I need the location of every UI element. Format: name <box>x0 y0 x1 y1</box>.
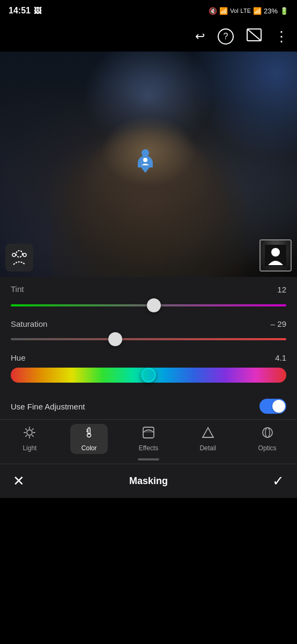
mute-icon: 🔇 <box>209 7 217 15</box>
svg-line-13 <box>26 429 27 430</box>
svg-line-15 <box>33 429 34 430</box>
saturation-slider-row: Saturation – 29 <box>11 319 286 347</box>
gallery-icon: 🖼 <box>34 6 41 15</box>
hue-slider-track[interactable] <box>11 365 286 385</box>
tab-color[interactable]: Color <box>70 424 108 454</box>
panel-wrapper: Tint 12 Saturation – 29 Hue 4.1 <box>0 277 297 498</box>
light-label: Light <box>23 444 36 452</box>
top-toolbar: ↩ ? ⋮ <box>0 21 297 52</box>
status-time: 14:51 🖼 <box>9 6 41 16</box>
tab-light[interactable]: Light <box>11 424 48 454</box>
hue-value: 4.1 <box>275 353 286 362</box>
svg-marker-22 <box>203 428 213 437</box>
saturation-thumb[interactable] <box>108 332 122 346</box>
photo-area <box>0 52 297 277</box>
fine-adjustment-row: Use Fine Adjustment <box>11 391 286 419</box>
hue-label-row: Hue 4.1 <box>11 353 286 362</box>
tint-slider-row: Tint 12 <box>11 284 286 313</box>
effects-label: Effects <box>139 444 158 452</box>
fine-adjustment-label: Use Fine Adjustment <box>11 402 85 411</box>
more-button[interactable]: ⋮ <box>274 28 288 45</box>
person-pin[interactable] <box>136 149 155 171</box>
status-right: 🔇 📶 Vol LTE 📶 23% 🔋 <box>209 7 288 15</box>
detail-icon <box>202 426 214 442</box>
panel-area: Tint 12 Saturation – 29 Hue 4.1 <box>0 277 297 419</box>
light-icon <box>23 426 36 442</box>
scroll-indicator-wrapper <box>0 456 297 464</box>
hue-slider-row: Hue 4.1 <box>11 353 286 385</box>
saturation-slider-track[interactable] <box>11 332 286 347</box>
optics-label: Optics <box>258 444 277 452</box>
svg-point-2 <box>143 158 147 162</box>
bottom-bar: ✕ Masking ✓ <box>0 464 297 498</box>
saturation-value: – 29 <box>271 319 286 328</box>
effects-icon <box>142 426 155 442</box>
thumb-inner <box>261 240 291 270</box>
no-image-button[interactable] <box>247 28 262 45</box>
mask-thumbnail[interactable] <box>259 239 292 272</box>
tint-value: 12 <box>277 285 286 294</box>
tint-label-row: Tint 12 <box>11 284 286 295</box>
battery-text: 23% <box>264 7 278 15</box>
tint-thumb[interactable] <box>147 298 161 312</box>
optics-icon <box>261 426 274 442</box>
tab-optics[interactable]: Optics <box>249 424 286 454</box>
tint-label: Tint <box>11 284 24 294</box>
scroll-indicator <box>138 458 159 460</box>
color-icon <box>83 426 95 442</box>
undo-button[interactable]: ↩ <box>195 30 205 43</box>
svg-line-1 <box>247 29 261 41</box>
svg-point-7 <box>271 248 280 257</box>
confirm-button[interactable]: ✓ <box>272 473 284 489</box>
tab-detail[interactable]: Detail <box>189 424 227 454</box>
tint-slider-track[interactable] <box>11 298 286 313</box>
lte-icon: LTE <box>241 8 251 14</box>
svg-point-8 <box>27 430 32 435</box>
wifi-icon: 📶 <box>219 7 228 15</box>
fine-adjustment-toggle[interactable] <box>259 399 286 414</box>
saturation-label: Saturation <box>11 319 47 328</box>
svg-line-16 <box>26 435 27 436</box>
signal-bars: 📶 <box>253 7 262 15</box>
people-select-button[interactable] <box>5 244 33 272</box>
svg-point-23 <box>263 428 272 437</box>
svg-point-5 <box>23 253 26 257</box>
close-button[interactable]: ✕ <box>13 473 25 489</box>
hue-label: Hue <box>11 353 26 362</box>
tab-effects[interactable]: Effects <box>130 424 167 454</box>
hue-thumb[interactable] <box>141 368 156 383</box>
status-bar: 14:51 🖼 🔇 📶 Vol LTE 📶 23% 🔋 <box>0 0 297 21</box>
svg-point-3 <box>16 251 23 257</box>
svg-point-4 <box>12 253 16 257</box>
color-label: Color <box>81 444 97 452</box>
sat-track-bg <box>11 338 286 340</box>
signal-text: Vol <box>230 8 238 14</box>
detail-label: Detail <box>199 444 216 452</box>
masking-title: Masking <box>129 475 168 487</box>
help-button[interactable]: ? <box>218 28 234 45</box>
battery-icon: 🔋 <box>280 7 288 15</box>
toggle-thumb <box>272 400 285 413</box>
saturation-label-row: Saturation – 29 <box>11 319 286 328</box>
svg-point-24 <box>265 428 270 437</box>
svg-line-14 <box>33 435 34 436</box>
bottom-nav: Light Color Effects <box>0 419 297 456</box>
